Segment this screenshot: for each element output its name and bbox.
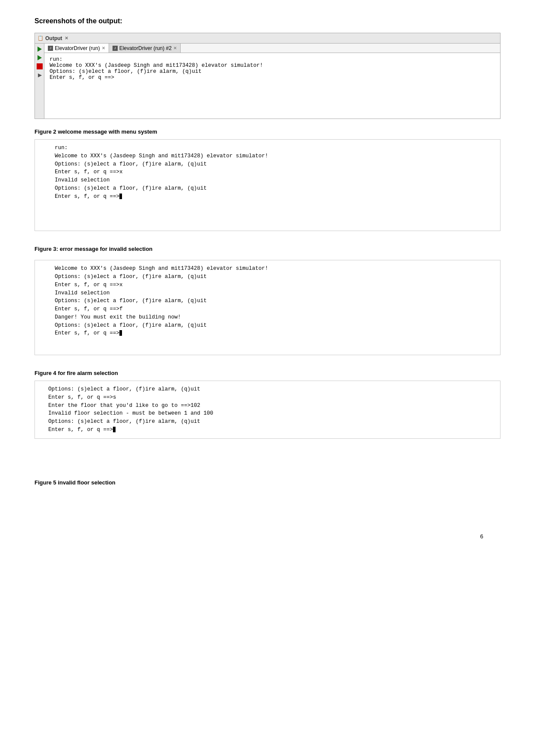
- figure5-caption: Figure 5 invalid floor selection: [34, 479, 501, 486]
- page-number: 6: [34, 533, 501, 540]
- ide-output-content: run: Welcome to XXX's (Jasdeep Singh and…: [44, 53, 500, 119]
- play-button[interactable]: [36, 45, 44, 53]
- tab-elevatordriver-run2[interactable]: J ElevatorDriver (run) #2 ✕: [109, 44, 181, 53]
- debug-button[interactable]: ▶: [36, 71, 44, 79]
- tab2-close[interactable]: ✕: [173, 46, 177, 50]
- tab2-icon: J: [113, 46, 118, 51]
- ide-panel: 📋 Output ✕ ▶ J ElevatorDriver: [34, 33, 501, 119]
- ide-tabs: J ElevatorDriver (run) ✕ J ElevatorDrive…: [44, 44, 500, 53]
- figure3-caption: Figure 3: error message for invalid sele…: [34, 246, 501, 252]
- ide-left-sidebar: ▶: [35, 44, 44, 119]
- output-title[interactable]: Output: [45, 35, 62, 41]
- tab2-label: ElevatorDriver (run) #2: [119, 45, 172, 51]
- figure4-code: Options: (s)elect a floor, (f)ire alarm,…: [34, 381, 501, 439]
- tab1-close[interactable]: ✕: [102, 46, 105, 50]
- tab1-label: ElevatorDriver (run): [55, 45, 100, 51]
- figure2-caption: Figure 2 welcome message with menu syste…: [34, 128, 501, 135]
- output-line-2: Welcome to XXX's (Jasdeep Singh and mit1…: [50, 62, 495, 69]
- output-line-1: run:: [50, 56, 495, 62]
- ide-titlebar: 📋 Output ✕: [35, 33, 500, 44]
- output-line-4: Enter s, f, or q ==>: [50, 75, 495, 81]
- tab1-icon: J: [48, 46, 53, 51]
- tab-elevatordriver-run[interactable]: J ElevatorDriver (run) ✕: [44, 44, 109, 53]
- stop-button[interactable]: [36, 62, 44, 70]
- figure4-caption: Figure 4 for fire alarm selection: [34, 370, 501, 376]
- play2-button[interactable]: [36, 54, 44, 62]
- output-close-icon[interactable]: ✕: [65, 36, 68, 41]
- output-line-3: Options: (s)elect a floor, (f)ire alarm,…: [50, 69, 495, 75]
- figure3-code: Welcome to XXX's (Jasdeep Singh and mit1…: [34, 260, 501, 355]
- page-heading: Screenshots of the output:: [34, 17, 501, 25]
- output-tab-icon: 📋: [38, 35, 44, 41]
- figure2-code: run: Welcome to XXX's (Jasdeep Singh and…: [34, 139, 501, 231]
